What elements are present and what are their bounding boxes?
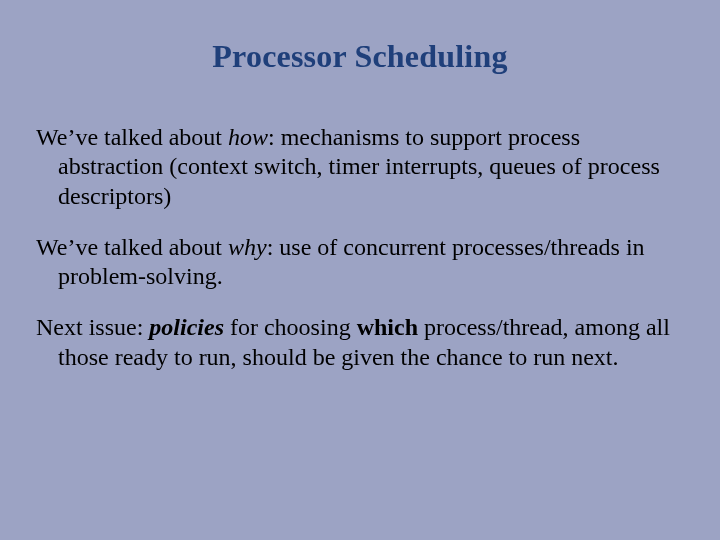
emphasis-which: which — [357, 314, 418, 340]
paragraph-next: Next issue: policies for choosing which … — [36, 313, 684, 372]
text: for choosing — [224, 314, 357, 340]
text: We’ve talked about — [36, 234, 228, 260]
paragraph-how: We’ve talked about how: mechanisms to su… — [36, 123, 684, 211]
text: We’ve talked about — [36, 124, 228, 150]
slide-title: Processor Scheduling — [36, 38, 684, 75]
emphasis-how: how — [228, 124, 268, 150]
paragraph-why: We’ve talked about why: use of concurren… — [36, 233, 684, 292]
emphasis-policies: policies — [149, 314, 224, 340]
slide: Processor Scheduling We’ve talked about … — [0, 0, 720, 540]
emphasis-why: why — [228, 234, 267, 260]
text: Next issue: — [36, 314, 149, 340]
slide-body: We’ve talked about how: mechanisms to su… — [36, 123, 684, 372]
